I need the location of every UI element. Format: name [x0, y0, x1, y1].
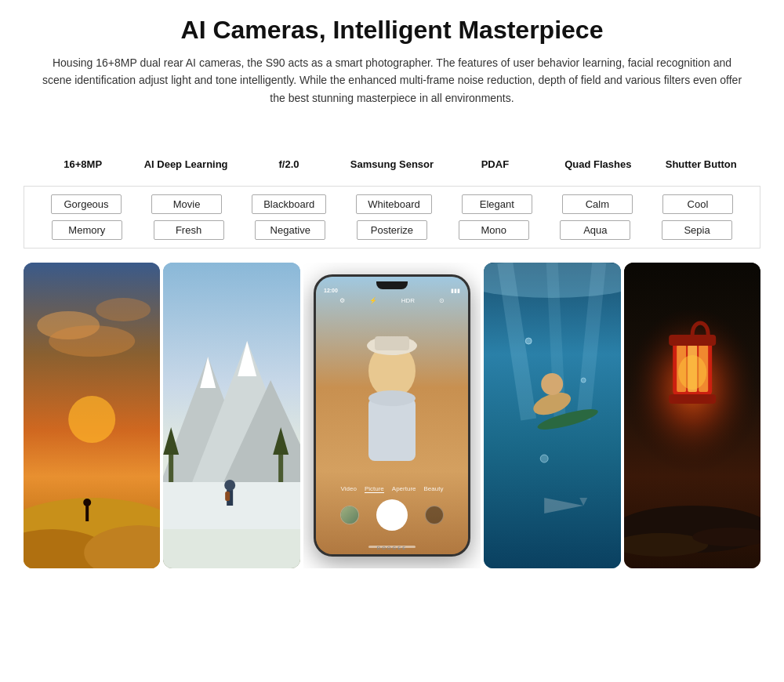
filter-memory[interactable]: Memory	[52, 220, 122, 240]
photos-row: 12:00 ▮▮▮ ⚙ ⚡ HDR ⊙ Video Picture Apertu…	[24, 263, 760, 568]
feature-pdaf: PDAF	[448, 122, 542, 172]
feature-samsung: SAMSUNG Samsung Sensor	[345, 122, 439, 172]
camera-ui: Video Picture Aperture Beauty	[316, 485, 468, 531]
svg-point-65	[526, 338, 532, 344]
photo-underwater	[484, 263, 620, 568]
svg-rect-54	[375, 336, 409, 350]
mode-aperture: Aperture	[392, 485, 416, 493]
feature-shutter: Shutter Button	[654, 122, 748, 172]
svg-point-63	[542, 373, 564, 395]
svg-rect-46	[279, 451, 284, 482]
filters-row-2: Memory Fresh Negative Posterize Mono Aqu…	[36, 220, 748, 240]
filter-fresh[interactable]: Fresh	[154, 220, 224, 240]
svg-rect-44	[169, 451, 174, 482]
filter-whiteboard[interactable]: Whiteboard	[356, 194, 431, 214]
samsung-label: Samsung Sensor	[350, 158, 434, 172]
features-row: 16+8MP AI AI Deep Learning	[24, 122, 760, 172]
flip-btn[interactable]	[425, 506, 444, 524]
svg-point-78	[678, 355, 706, 390]
megapixel-label: 16+8MP	[64, 158, 102, 172]
filter-movie[interactable]: Movie	[151, 194, 222, 214]
page-wrapper: AI Cameras, Intelligent Masterpiece Hous…	[0, 0, 784, 576]
photo-mountain	[163, 263, 299, 568]
feature-quad-flash: Quad Flashes	[551, 122, 645, 172]
svg-point-30	[49, 325, 135, 357]
svg-point-49	[225, 480, 236, 491]
mode-picture: Picture	[365, 485, 384, 493]
svg-rect-55	[368, 398, 416, 461]
ai-label: AI Deep Learning	[144, 158, 228, 172]
filter-sepia[interactable]: Sepia	[662, 220, 732, 240]
filters-section: Gorgeous Movie Blackboard Whiteboard Ele…	[24, 186, 760, 248]
filter-mono[interactable]: Mono	[459, 220, 529, 240]
mode-video: Video	[341, 485, 357, 493]
filter-posterize[interactable]: Posterize	[357, 220, 427, 240]
filters-row-1: Gorgeous Movie Blackboard Whiteboard Ele…	[36, 194, 748, 214]
filter-calm[interactable]: Calm	[562, 194, 633, 214]
aperture-label: f/2.0	[279, 158, 299, 172]
phone-device: 12:00 ▮▮▮ ⚙ ⚡ HDR ⊙ Video Picture Apertu…	[314, 274, 470, 557]
svg-point-67	[541, 455, 549, 463]
filter-blackboard[interactable]: Blackboard	[252, 194, 326, 214]
svg-point-36	[83, 499, 91, 506]
svg-rect-50	[226, 492, 230, 501]
feature-aperture: f/2.0	[242, 122, 336, 172]
svg-point-29	[96, 298, 151, 321]
gallery-btn[interactable]	[340, 506, 359, 524]
page-title: AI Cameras, Intelligent Masterpiece	[24, 16, 760, 45]
shutter-label: Shutter Button	[666, 158, 737, 172]
svg-rect-77	[669, 394, 716, 404]
svg-rect-35	[85, 506, 89, 521]
svg-point-56	[368, 390, 416, 406]
feature-megapixel: 16+8MP	[36, 122, 130, 172]
filter-cool[interactable]: Cool	[662, 194, 733, 214]
filter-negative[interactable]: Negative	[255, 220, 325, 240]
svg-point-66	[582, 378, 586, 383]
filter-gorgeous[interactable]: Gorgeous	[51, 194, 122, 214]
photo-sunset	[24, 263, 160, 568]
page-description: Housing 16+8MP dual rear AI cameras, the…	[39, 54, 745, 107]
photo-lantern	[624, 263, 760, 568]
shutter-button[interactable]	[376, 499, 408, 531]
camera-modes: Video Picture Aperture Beauty	[341, 485, 444, 493]
quad-flash-label: Quad Flashes	[564, 158, 631, 172]
photo-phone: 12:00 ▮▮▮ ⚙ ⚡ HDR ⊙ Video Picture Apertu…	[303, 263, 481, 568]
svg-point-31	[68, 396, 115, 443]
filter-aqua[interactable]: Aqua	[560, 220, 630, 240]
svg-rect-76	[669, 335, 716, 346]
pdaf-label: PDAF	[481, 158, 509, 172]
feature-ai: AI AI Deep Learning	[139, 122, 233, 172]
mode-beauty: Beauty	[424, 485, 444, 493]
shutter-row	[316, 499, 468, 531]
filter-elegant[interactable]: Elegant	[462, 194, 532, 214]
